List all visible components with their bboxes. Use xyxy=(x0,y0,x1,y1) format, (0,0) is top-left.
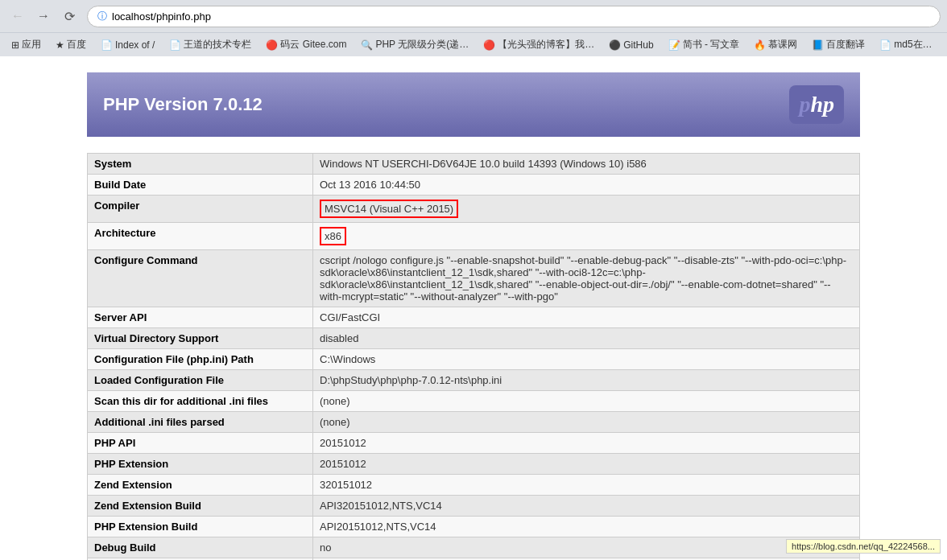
row-label: Architecture xyxy=(88,223,313,250)
nav-buttons: ← → ⟳ xyxy=(6,5,81,27)
table-row: PHP Extension BuildAPI20151012,NTS,VC14 xyxy=(88,517,860,537)
address-bar-container: ⓘ xyxy=(87,6,941,27)
row-label: Server API xyxy=(88,307,313,328)
bookmark-icon: 📘 xyxy=(812,39,824,51)
row-value: Windows NT USERCHI-D6V64JE 10.0 build 14… xyxy=(313,154,860,175)
row-value: cscript /nologo configure.js "--enable-s… xyxy=(313,250,860,307)
bookmark-icon: ⊞ xyxy=(11,39,19,51)
php-version-title: PHP Version 7.0.12 xyxy=(103,94,263,115)
php-header: PHP Version 7.0.12 php xyxy=(87,72,860,137)
bookmark-item[interactable]: ⚫GitHub xyxy=(604,38,658,52)
bookmark-label: 码云 Gitee.com xyxy=(280,38,346,51)
bookmark-label: 简书 - 写文章 xyxy=(683,38,740,51)
bookmark-label: 百度 xyxy=(67,38,86,51)
bookmark-item[interactable]: 📄王道的技术专栏 xyxy=(164,36,256,53)
table-row: Zend Extension BuildAPI320151012,NTS,VC1… xyxy=(88,496,860,517)
reload-button[interactable]: ⟳ xyxy=(58,5,81,27)
bookmark-icon: 📄 xyxy=(879,39,891,51)
lock-icon: ⓘ xyxy=(97,10,107,23)
bookmark-item[interactable]: 📘百度翻译 xyxy=(807,36,870,53)
row-value: x86 xyxy=(313,223,860,250)
browser-chrome: ← → ⟳ ⓘ ⊞应用★百度📄Index of /📄王道的技术专栏🔴码云 Git… xyxy=(0,0,947,56)
row-value: MSVC14 (Visual C++ 2015) xyxy=(313,196,860,223)
highlighted-value: MSVC14 (Visual C++ 2015) xyxy=(320,200,458,218)
row-value: 320151012 xyxy=(313,475,860,496)
table-row: Debug Buildno xyxy=(88,537,860,558)
table-row: Server APICGI/FastCGI xyxy=(88,307,860,328)
row-value: API320151012,NTS,VC14 xyxy=(313,496,860,517)
bookmark-label: 百度翻译 xyxy=(826,38,865,51)
bookmark-icon: 🔍 xyxy=(361,39,373,51)
row-label: PHP Extension xyxy=(88,454,313,475)
bookmark-item[interactable]: 🔴【光头强的博客】我… xyxy=(478,36,599,53)
table-row: Build DateOct 13 2016 10:44:50 xyxy=(88,175,860,196)
forward-button[interactable]: → xyxy=(32,5,55,27)
table-row: Scan this dir for additional .ini files(… xyxy=(88,391,860,412)
bookmark-icon: 🔥 xyxy=(754,39,766,51)
bookmark-item[interactable]: 🔥慕课网 xyxy=(749,36,802,53)
row-value: disabled xyxy=(313,328,860,349)
row-label: Additional .ini files parsed xyxy=(88,412,313,433)
bookmark-icon: 📄 xyxy=(101,39,113,51)
back-button[interactable]: ← xyxy=(6,5,29,27)
row-label: Configuration File (php.ini) Path xyxy=(88,349,313,370)
row-label: Compiler xyxy=(88,196,313,223)
table-row: Architecturex86 xyxy=(88,223,860,250)
row-label: PHP Extension Build xyxy=(88,517,313,537)
bookmark-label: 应用 xyxy=(22,38,41,51)
row-label: Loaded Configuration File xyxy=(88,370,313,391)
bookmark-icon: ★ xyxy=(56,39,64,51)
row-value: 20151012 xyxy=(313,433,860,454)
row-label: Zend Extension xyxy=(88,475,313,496)
row-label: Scan this dir for additional .ini files xyxy=(88,391,313,412)
bookmark-icon: ⚫ xyxy=(609,39,621,51)
table-row: Configure Commandcscript /nologo configu… xyxy=(88,250,860,307)
php-logo-text: php xyxy=(799,92,834,117)
address-input[interactable] xyxy=(112,10,930,23)
row-label: Zend Extension Build xyxy=(88,496,313,517)
row-value: API20151012,NTS,VC14 xyxy=(313,517,860,537)
row-value: CGI/FastCGI xyxy=(313,307,860,328)
bookmarks-bar: ⊞应用★百度📄Index of /📄王道的技术专栏🔴码云 Gitee.com🔍P… xyxy=(0,32,947,56)
table-row: PHP API20151012 xyxy=(88,433,860,454)
bookmark-label: 慕课网 xyxy=(768,38,797,51)
highlighted-value: x86 xyxy=(320,227,346,245)
bookmark-item[interactable]: 🔍PHP 无限级分类(递… xyxy=(356,36,474,53)
bookmark-label: 【光头强的博客】我… xyxy=(498,38,594,51)
bookmark-label: 王道的技术专栏 xyxy=(184,38,251,51)
row-value: no xyxy=(313,537,860,558)
bookmark-icon: 📄 xyxy=(169,39,181,51)
page-content: PHP Version 7.0.12 php SystemWindows NT … xyxy=(0,56,947,560)
bookmark-label: md5在… xyxy=(894,38,932,51)
bookmark-item[interactable]: 🔴码云 Gitee.com xyxy=(261,36,351,53)
table-row: PHP Extension20151012 xyxy=(88,454,860,475)
row-label: Configure Command xyxy=(88,250,313,307)
row-value: Oct 13 2016 10:44:50 xyxy=(313,175,860,196)
bookmark-item[interactable]: ⊞应用 xyxy=(6,36,46,53)
info-table: SystemWindows NT USERCHI-D6V64JE 10.0 bu… xyxy=(87,153,860,560)
bookmark-icon: 📝 xyxy=(668,39,680,51)
row-label: Build Date xyxy=(88,175,313,196)
bookmark-label: Index of / xyxy=(115,39,155,51)
bookmark-icon: 🔴 xyxy=(266,39,278,51)
bookmark-item[interactable]: 📄Index of / xyxy=(96,38,159,52)
content-wrapper: PHP Version 7.0.12 php SystemWindows NT … xyxy=(87,72,860,560)
row-value: C:\Windows xyxy=(313,349,860,370)
tooltip-overlay: https://blog.csdn.net/qq_42224568... xyxy=(786,539,941,554)
table-row: Loaded Configuration FileD:\phpStudy\php… xyxy=(88,370,860,391)
row-label: Debug Build xyxy=(88,537,313,558)
row-value: 20151012 xyxy=(313,454,860,475)
bookmark-label: PHP 无限级分类(递… xyxy=(375,38,469,51)
php-logo: php xyxy=(789,85,844,124)
bookmark-item[interactable]: ★百度 xyxy=(51,36,91,53)
bookmark-item[interactable]: 📄md5在… xyxy=(875,36,937,53)
bookmark-item[interactable]: 📝简书 - 写文章 xyxy=(664,36,745,53)
table-row: Additional .ini files parsed(none) xyxy=(88,412,860,433)
row-label: PHP API xyxy=(88,433,313,454)
table-row: Configuration File (php.ini) PathC:\Wind… xyxy=(88,349,860,370)
row-label: Virtual Directory Support xyxy=(88,328,313,349)
bookmark-label: GitHub xyxy=(623,39,653,51)
row-label: System xyxy=(88,154,313,175)
table-row: Zend Extension320151012 xyxy=(88,475,860,496)
table-row: CompilerMSVC14 (Visual C++ 2015) xyxy=(88,196,860,223)
